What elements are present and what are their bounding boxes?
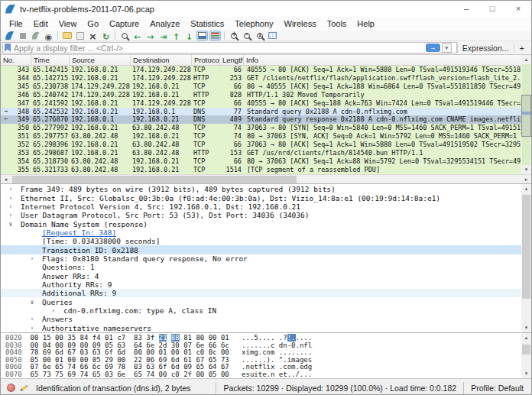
reload-file-button[interactable]: [100, 31, 112, 40]
save-file-button[interactable]: [74, 31, 86, 40]
menu-wireless[interactable]: Wireless: [279, 17, 322, 31]
ascii-char[interactable]: g: [308, 363, 312, 371]
hex-byte[interactable]: 01: [159, 348, 167, 356]
hex-byte[interactable]: c0: [196, 348, 204, 356]
ascii-char[interactable]: l: [308, 342, 312, 349]
hex-byte[interactable]: 05: [105, 342, 113, 349]
hex-byte[interactable]: 00: [80, 342, 89, 349]
scroll-left-arrow[interactable]: ◂: [1, 175, 11, 184]
detail-line-7[interactable]: Transaction ID: 0x2188: [1, 245, 521, 254]
hex-byte[interactable]: 74: [67, 363, 76, 371]
filter-bookmark-icon[interactable]: [5, 44, 11, 52]
expander-closed-icon[interactable]: ›: [22, 325, 42, 332]
packet-row-351[interactable]: 35165.29775763.80.242.48192.168.0.21TCP7…: [1, 132, 521, 141]
detail-line-2[interactable]: ›Internet Protocol Version 4, Src: 192.1…: [1, 202, 521, 211]
menu-statistics[interactable]: Statistics: [185, 17, 229, 31]
hex-byte[interactable]: 66: [209, 342, 217, 349]
hscroll-thumb[interactable]: [12, 176, 297, 183]
detail-line-9[interactable]: Questions: 1: [1, 263, 521, 271]
start-capture-button[interactable]: [4, 31, 15, 40]
capture-comment-icon[interactable]: [20, 384, 28, 392]
detail-line-0[interactable]: ›Frame 349: 489 bytes on wire (3912 bits…: [1, 185, 521, 193]
scroll-track[interactable]: [521, 64, 531, 165]
hex-byte[interactable]: 69: [105, 363, 113, 371]
expander-closed-icon[interactable]: ›: [1, 186, 21, 193]
hex-byte[interactable]: 2f: [183, 371, 192, 378]
menu-analyze[interactable]: Analyze: [144, 17, 185, 31]
packet-row-352[interactable]: 35265.298396192.168.0.2163.80.242.48TCP6…: [1, 141, 521, 149]
go-bottom-button[interactable]: [183, 31, 195, 40]
hex-byte[interactable]: 00: [31, 342, 39, 349]
detail-line-1[interactable]: ›Ethernet II, Src: Globalsc_00:3b:0a (f0…: [1, 193, 521, 202]
hex-byte[interactable]: 2d: [159, 342, 167, 349]
hex-byte[interactable]: 06: [146, 356, 154, 364]
hex-byte[interactable]: 78: [117, 363, 125, 371]
hex-byte[interactable]: 30: [171, 342, 180, 349]
column-header-destination[interactable]: Destination: [131, 55, 192, 65]
display-filter-field[interactable]: → ▾: [2, 42, 457, 53]
expression-button[interactable]: Expression...: [457, 44, 514, 53]
detail-link[interactable]: [Request In: 348]: [42, 228, 116, 237]
detail-line-14[interactable]: ›cdn-0.nflximg.com: type A, class IN: [1, 306, 521, 315]
hex-byte[interactable]: 6e: [117, 371, 125, 378]
hex-byte[interactable]: 35: [67, 334, 76, 342]
ascii-char[interactable]: s: [308, 356, 312, 364]
hex-byte[interactable]: 29: [105, 356, 113, 364]
colorize-button[interactable]: [209, 31, 221, 40]
hex-byte[interactable]: 01: [221, 334, 229, 342]
hex-byte[interactable]: 05: [209, 371, 217, 378]
hex-byte[interactable]: 6c: [221, 342, 229, 349]
hex-byte[interactable]: 69: [67, 371, 76, 378]
hex-byte[interactable]: 3f: [146, 334, 154, 342]
hex-byte[interactable]: 63: [92, 348, 101, 356]
menu-capture[interactable]: Capture: [104, 17, 144, 31]
packet-row-345[interactable]: 34565.230738174.129.249.228192.168.0.21T…: [1, 83, 521, 91]
hex-byte[interactable]: 6d: [171, 363, 180, 371]
ascii-char[interactable]: .: [308, 371, 312, 378]
hex-byte[interactable]: 01: [183, 348, 192, 356]
hex-byte[interactable]: 6e: [146, 342, 154, 349]
menu-telephony[interactable]: Telephony: [229, 17, 278, 31]
hex-byte[interactable]: 6f: [105, 348, 113, 356]
hex-byte[interactable]: 07: [183, 342, 192, 349]
close-file-button[interactable]: [87, 31, 99, 40]
hex-byte[interactable]: 6d: [117, 348, 125, 356]
expert-info-icon[interactable]: [7, 384, 15, 392]
scroll-track[interactable]: [521, 342, 531, 369]
hex-byte[interactable]: 6e: [196, 342, 204, 349]
hex-byte[interactable]: 00: [221, 348, 229, 356]
hex-byte[interactable]: 00: [43, 356, 51, 364]
maximize-button[interactable]: □: [479, 1, 505, 17]
packet-row-348[interactable]: →34865.242532192.168.0.21192.168.0.1DNS7…: [1, 108, 521, 116]
hex-byte[interactable]: 65: [92, 371, 101, 378]
hex-byte[interactable]: c0: [171, 371, 180, 378]
hex-byte[interactable]: 63: [146, 363, 154, 371]
hex-byte[interactable]: 21: [159, 334, 167, 342]
hex-byte[interactable]: 00: [55, 342, 63, 349]
hex-byte[interactable]: 88: [171, 334, 180, 342]
hex-byte[interactable]: 6d: [55, 348, 63, 356]
hex-byte[interactable]: 0c: [209, 348, 217, 356]
hex-byte[interactable]: 00: [159, 371, 167, 378]
hscroll-track[interactable]: [11, 175, 521, 184]
restart-capture-button[interactable]: [30, 31, 41, 40]
packet-row-343[interactable]: 34365.142415192.168.0.21174.129.249.228T…: [1, 66, 521, 74]
scroll-down-arrow[interactable]: ▾: [521, 165, 531, 174]
hex-byte[interactable]: 00: [31, 334, 39, 342]
scroll-thumb[interactable]: [521, 95, 531, 137]
column-header-protocol[interactable]: Protocol: [192, 55, 220, 65]
hex-byte[interactable]: 61: [183, 356, 192, 364]
expander-closed-icon[interactable]: ›: [1, 212, 21, 219]
menu-edit[interactable]: Edit: [28, 17, 54, 31]
close-button[interactable]: ×: [505, 1, 531, 17]
expander-closed-icon[interactable]: ›: [22, 255, 42, 262]
add-filter-button[interactable]: +: [514, 44, 530, 53]
hex-byte[interactable]: 6d: [171, 356, 180, 364]
packet-row-354[interactable]: 35465.31873063.80.242.48192.168.0.21TCP6…: [1, 157, 521, 166]
detail-line-3[interactable]: ›User Datagram Protocol, Src Port: 53 (5…: [1, 211, 521, 219]
hex-byte[interactable]: 22: [134, 356, 142, 364]
hex-byte[interactable]: 65: [134, 371, 142, 378]
hex-byte[interactable]: 09: [183, 363, 192, 371]
column-header-info[interactable]: Info: [244, 55, 521, 65]
hex-byte[interactable]: 84: [80, 334, 89, 342]
